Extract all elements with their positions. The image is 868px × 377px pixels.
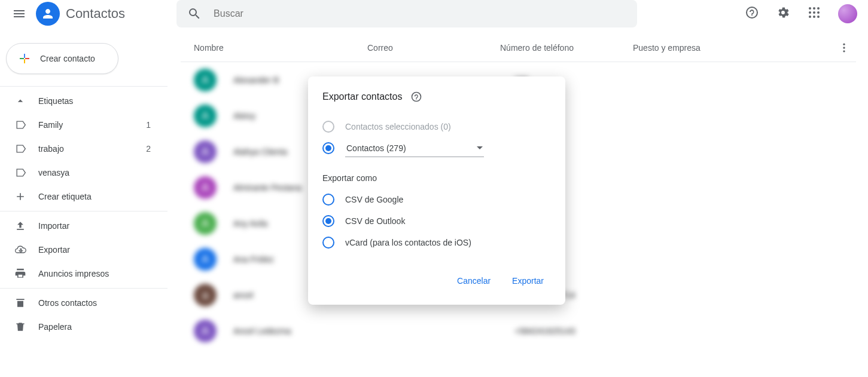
cancel-button[interactable]: Cancelar xyxy=(450,271,498,290)
dropdown-icon xyxy=(477,145,483,151)
radio-vcard-label: vCard (para los contactos de iOS) xyxy=(345,238,471,247)
radio-all-contacts[interactable] xyxy=(322,142,334,154)
export-dialog: Exportar contactos Contactos seleccionad… xyxy=(308,76,565,305)
radio-selected-label: Contactos seleccionados (0) xyxy=(345,122,451,131)
radio-google-csv[interactable] xyxy=(322,194,334,206)
export-as-header: Exportar como xyxy=(322,173,551,183)
radio-outlook-label: CSV de Outlook xyxy=(345,216,405,226)
radio-vcard[interactable] xyxy=(322,237,334,249)
dialog-title: Exportar contactos xyxy=(322,91,402,102)
radio-outlook-csv[interactable] xyxy=(322,215,334,227)
help-icon[interactable] xyxy=(410,91,422,103)
export-button[interactable]: Exportar xyxy=(505,271,551,290)
contacts-source-select[interactable]: Contactos (279) xyxy=(345,140,484,157)
radio-google-label: CSV de Google xyxy=(345,195,403,204)
radio-selected-contacts xyxy=(322,121,334,133)
